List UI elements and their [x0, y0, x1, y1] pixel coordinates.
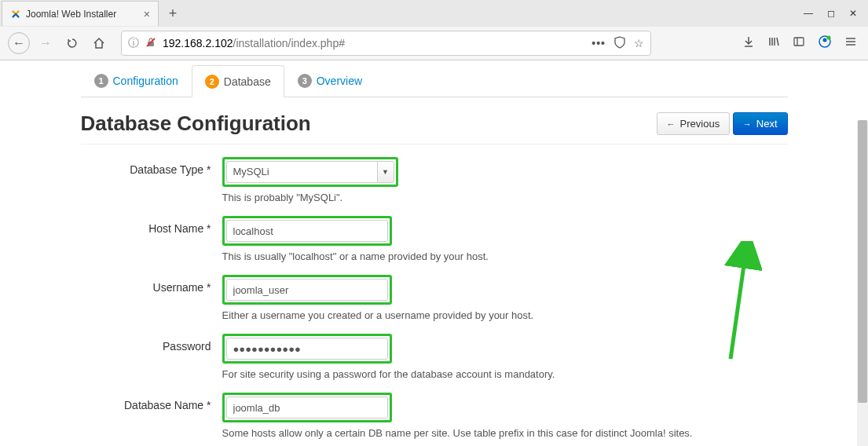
browser-tab[interactable]: Joomla! Web Installer × — [2, 1, 159, 26]
page-content: 1 Configuration 2 Database 3 Overview Da… — [0, 60, 868, 446]
new-tab-button[interactable]: + — [162, 2, 184, 24]
host-input[interactable] — [226, 220, 388, 242]
chevron-down-icon[interactable]: ▼ — [377, 161, 394, 183]
password-help: For site security using a password for t… — [222, 368, 788, 380]
svg-rect-2 — [794, 38, 804, 46]
password-input[interactable] — [226, 338, 388, 360]
window-maximize-icon[interactable]: ◻ — [827, 8, 835, 19]
window-minimize-icon[interactable]: — — [804, 8, 813, 19]
scrollbar-thumb[interactable] — [858, 120, 867, 403]
db-type-label: Database Type * — [81, 157, 222, 211]
joomla-favicon-icon — [10, 9, 21, 20]
sidebar-icon[interactable] — [793, 35, 805, 51]
back-button[interactable]: ← — [8, 32, 30, 54]
url-bar[interactable]: ⓘ 192.168.2.102/installation/index.php# … — [121, 31, 651, 56]
insecure-icon — [145, 37, 156, 50]
next-button[interactable]: →Next — [733, 112, 788, 135]
password-label: Password — [81, 334, 222, 388]
window-close-icon[interactable]: ✕ — [849, 8, 857, 19]
username-input[interactable] — [226, 279, 388, 301]
arrow-left-icon: ← — [667, 119, 676, 129]
dbname-label: Database Name * — [81, 393, 222, 446]
db-type-select[interactable]: MySQLi ▼ — [226, 161, 394, 183]
close-icon[interactable]: × — [144, 8, 150, 20]
username-label: Username * — [81, 275, 222, 329]
more-icon[interactable]: ••• — [591, 37, 606, 49]
forward-button: → — [35, 32, 57, 54]
host-label: Host Name * — [81, 216, 222, 270]
installer-steps: 1 Configuration 2 Database 3 Overview — [81, 65, 788, 97]
browser-tab-bar: Joomla! Web Installer × + — ◻ ✕ — [0, 0, 868, 27]
downloads-icon[interactable] — [742, 35, 755, 51]
bookmark-star-icon[interactable]: ☆ — [634, 37, 644, 49]
menu-icon[interactable] — [844, 35, 857, 51]
library-icon[interactable] — [767, 35, 780, 51]
arrow-right-icon: → — [743, 119, 752, 129]
host-help: This is usually "localhost" or a name pr… — [222, 250, 788, 262]
previous-button[interactable]: ←Previous — [657, 112, 731, 135]
tab-database[interactable]: 2 Database — [192, 65, 284, 97]
reader-shield-icon[interactable] — [613, 36, 626, 51]
db-type-help: This is probably "MySQLi". — [222, 192, 788, 203]
url-text: 192.168.2.102/installation/index.php# — [163, 37, 345, 49]
username-help: Either a username you created or a usern… — [222, 309, 788, 321]
browser-nav-bar: ← → ⓘ 192.168.2.102/installation/index.p… — [0, 27, 868, 60]
dbname-input[interactable] — [226, 397, 388, 419]
account-icon[interactable] — [818, 35, 832, 52]
home-button[interactable] — [88, 32, 110, 54]
tab-configuration[interactable]: 1 Configuration — [81, 65, 192, 97]
reload-button[interactable] — [61, 32, 83, 54]
info-icon[interactable]: ⓘ — [128, 36, 139, 50]
browser-tab-title: Joomla! Web Installer — [26, 9, 116, 20]
dbname-help: Some hosts allow only a certain DB name … — [222, 427, 788, 439]
svg-point-6 — [827, 36, 831, 40]
svg-point-5 — [823, 38, 827, 42]
page-title: Database Configuration — [81, 112, 311, 136]
tab-overview[interactable]: 3 Overview — [284, 65, 375, 97]
